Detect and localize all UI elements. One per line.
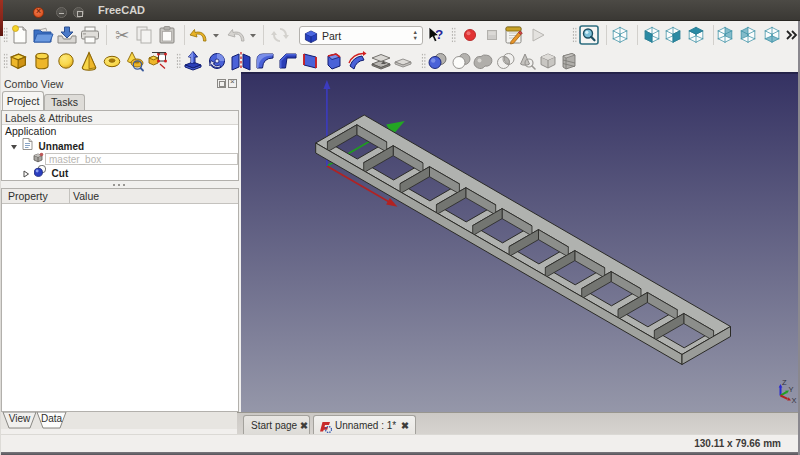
svg-text:Y: Y [789, 385, 794, 394]
svg-text:Z: Z [782, 378, 787, 387]
svg-text:X: X [792, 396, 797, 405]
